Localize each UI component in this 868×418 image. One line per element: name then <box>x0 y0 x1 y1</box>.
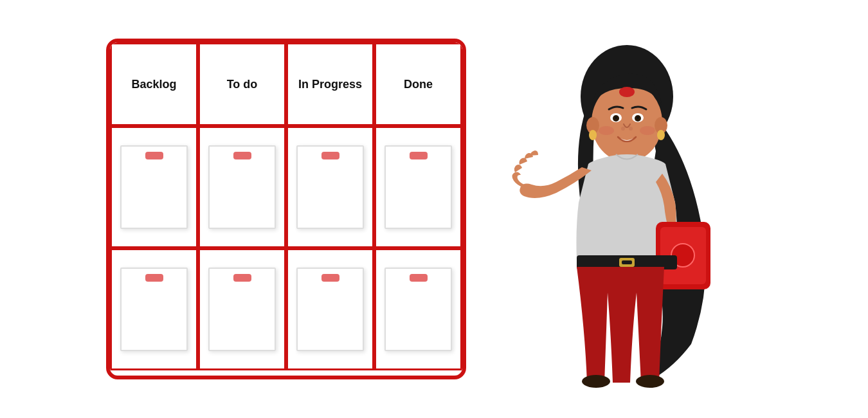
page-layout: Backlog To do In Progress Done <box>0 0 868 418</box>
card-cell-r2c4 <box>374 248 462 370</box>
sticky-note <box>208 145 276 229</box>
card-cell-r2c2 <box>198 248 286 370</box>
column-header-in-progress: In Progress <box>286 42 374 126</box>
sticky-note <box>384 268 452 351</box>
sticky-note <box>296 145 364 229</box>
sticky-pin <box>321 274 339 282</box>
sticky-note <box>120 145 188 229</box>
sticky-pin <box>410 274 428 282</box>
svg-rect-23 <box>622 260 632 264</box>
svg-point-6 <box>657 130 665 140</box>
sticky-pin <box>145 152 163 159</box>
column-header-backlog: Backlog <box>110 42 198 126</box>
sticky-pin <box>410 152 428 159</box>
card-cell-r2c3 <box>286 248 374 370</box>
svg-point-12 <box>637 116 639 119</box>
svg-point-16 <box>640 126 655 135</box>
svg-point-5 <box>589 130 597 140</box>
svg-point-9 <box>615 116 617 119</box>
sticky-note <box>296 268 364 351</box>
sticky-note <box>120 268 188 351</box>
column-header-todo: To do <box>198 42 286 126</box>
sticky-note <box>208 268 276 351</box>
sticky-note <box>384 145 452 229</box>
card-cell-r2c1 <box>110 248 198 370</box>
sticky-pin <box>233 274 251 282</box>
svg-point-15 <box>599 126 614 135</box>
woman-illustration <box>492 23 762 395</box>
svg-point-14 <box>629 127 633 131</box>
sticky-pin <box>233 152 251 159</box>
sticky-pin <box>145 274 163 282</box>
column-header-done: Done <box>374 42 462 126</box>
kanban-board: Backlog To do In Progress Done <box>106 39 466 379</box>
card-cell-r1c2 <box>198 126 286 248</box>
svg-point-13 <box>621 127 625 131</box>
card-cell-r1c4 <box>374 126 462 248</box>
card-cell-r1c3 <box>286 126 374 248</box>
svg-point-25 <box>636 375 664 388</box>
sticky-pin <box>321 152 339 159</box>
card-cell-r1c1 <box>110 126 198 248</box>
woman-svg <box>492 23 762 395</box>
svg-point-24 <box>582 375 610 388</box>
svg-point-17 <box>619 87 635 97</box>
